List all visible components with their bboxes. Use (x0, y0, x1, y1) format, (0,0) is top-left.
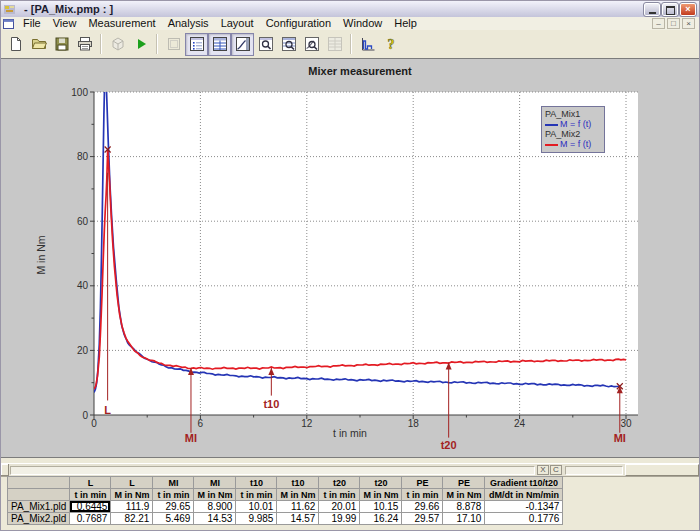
zoom-graph-icon (304, 36, 320, 52)
x-tick-label: 12 (301, 418, 313, 429)
child-close-button[interactable]: × (682, 18, 695, 29)
print-button[interactable] (73, 33, 96, 56)
table-cell[interactable]: 111.9 (111, 501, 153, 513)
menu-view[interactable]: View (47, 17, 83, 29)
table-cell[interactable]: 0.6445 (70, 501, 111, 513)
table-cell[interactable]: 29.57 (402, 513, 443, 525)
toolbar: ? (1, 30, 699, 59)
menu-bar: FileViewMeasurementAnalysisLayoutConfigu… (1, 17, 699, 31)
menu-measurement[interactable]: Measurement (82, 17, 161, 29)
legend-entry: M = f (t) (545, 139, 601, 149)
table-cell[interactable]: 19.99 (319, 513, 360, 525)
chart-panel: 0204060801000612182430t in minM in NmLMI… (1, 58, 699, 458)
y-tick-label: 80 (77, 151, 89, 162)
table-cell[interactable]: 16.24 (360, 513, 402, 525)
column-header: t in min (236, 489, 277, 501)
column-header: M in Nm (111, 489, 153, 501)
mixer-head-icon (110, 36, 126, 52)
table-cell[interactable]: 10.15 (360, 501, 402, 513)
table-cell[interactable]: 82.21 (111, 513, 153, 525)
column-header: t20 (319, 477, 360, 489)
table-cell[interactable]: 11.62 (277, 501, 319, 513)
column-header: PE (402, 477, 443, 489)
x-tick-label: 24 (514, 418, 526, 429)
new-document-icon (8, 36, 24, 52)
row-header[interactable]: PA_Mix2.pld (8, 513, 70, 525)
print-icon (77, 36, 93, 52)
column-header: t10 (236, 477, 277, 489)
marker-label-MI: MI (185, 432, 197, 444)
close-button[interactable]: × (680, 3, 696, 16)
menu-configuration[interactable]: Configuration (260, 17, 337, 29)
child-minimize-button[interactable]: – (652, 18, 665, 29)
x-tick-label: 6 (198, 418, 204, 429)
column-header: t in min (402, 489, 443, 501)
table-cell[interactable]: 29.66 (402, 501, 443, 513)
blank-window-button[interactable] (162, 33, 185, 56)
table-cell[interactable]: 0.1776 (485, 513, 563, 525)
menu-window[interactable]: Window (337, 17, 388, 29)
table-row: PA_Mix2.pld0.768782.215.46914.539.98514.… (8, 513, 563, 525)
menu-file[interactable]: File (17, 17, 47, 29)
table-cell[interactable]: 0.7687 (70, 513, 111, 525)
y-tick-label: 40 (77, 280, 89, 291)
restore-button[interactable] (662, 3, 678, 16)
zoom-graph-button[interactable] (300, 33, 323, 56)
save-button[interactable] (50, 33, 73, 56)
toolbar-separator (100, 34, 102, 54)
start-measurement-button[interactable] (129, 33, 152, 56)
chart-title: Mixer measurement (94, 65, 626, 77)
results-copy-button[interactable]: C (550, 465, 562, 475)
evaluation-button[interactable] (356, 33, 379, 56)
marker-label-t10: t10 (263, 398, 279, 410)
table-view-icon (212, 36, 228, 52)
splitter-grip[interactable] (1, 464, 9, 476)
row-header[interactable]: PA_Mix1.pld (8, 501, 70, 513)
table-cell[interactable]: 8.878 (443, 501, 485, 513)
open-file-button[interactable] (27, 33, 50, 56)
menu-layout[interactable]: Layout (215, 17, 260, 29)
new-document-button[interactable] (4, 33, 27, 56)
title-bar: - [PA_Mix.pmp : ] × (1, 1, 699, 18)
child-restore-button[interactable]: □ (667, 18, 680, 29)
table-cell[interactable]: 8.900 (194, 501, 236, 513)
table-cell[interactable]: 29.65 (153, 501, 194, 513)
zoom-table-button[interactable] (277, 33, 300, 56)
column-header: t20 (360, 477, 402, 489)
x-tick-label: 18 (408, 418, 420, 429)
table-cell[interactable]: 10.01 (236, 501, 277, 513)
table-cell[interactable]: -0.1347 (485, 501, 563, 513)
document-window-icon (3, 19, 14, 29)
protocol-view-button[interactable] (185, 33, 208, 56)
results-pane: X C LLMIMIt10t10t20t20PEPEGradient t10/t… (1, 458, 699, 531)
menu-help[interactable]: Help (388, 17, 423, 29)
y-axis-label: M in Nm (35, 235, 47, 274)
x-tick-label: 0 (91, 418, 97, 429)
application-window: - [PA_Mix.pmp : ] × FileViewMeasurementA… (0, 0, 700, 531)
table-cell[interactable]: 14.53 (194, 513, 236, 525)
table-cell[interactable]: 20.01 (319, 501, 360, 513)
graph-view-button[interactable] (231, 33, 254, 56)
table-cell[interactable]: 17.10 (443, 513, 485, 525)
menu-analysis[interactable]: Analysis (162, 17, 215, 29)
y-tick-label: 0 (82, 410, 88, 421)
toolbar-separator (350, 34, 352, 54)
table-cell[interactable]: 14.57 (277, 513, 319, 525)
marker-label-t20: t20 (441, 439, 457, 451)
results-close-button[interactable]: X (537, 465, 549, 475)
minimize-button[interactable] (644, 3, 660, 16)
column-header: M in Nm (443, 489, 485, 501)
legend-line-swatch (545, 124, 558, 126)
table-cell[interactable]: 5.469 (153, 513, 194, 525)
x-axis-label: t in min (333, 427, 367, 439)
table-view-button[interactable] (208, 33, 231, 56)
mixer-head-button[interactable] (106, 33, 129, 56)
table-cell[interactable]: 9.985 (236, 513, 277, 525)
app-icon (4, 4, 16, 15)
help-button[interactable]: ? (379, 33, 402, 56)
column-header: t10 (277, 477, 319, 489)
table-extra-button[interactable] (323, 33, 346, 56)
column-header: Gradient t10/t20 (485, 477, 563, 489)
zoom-window-button[interactable] (254, 33, 277, 56)
column-header: M in Nm (360, 489, 402, 501)
